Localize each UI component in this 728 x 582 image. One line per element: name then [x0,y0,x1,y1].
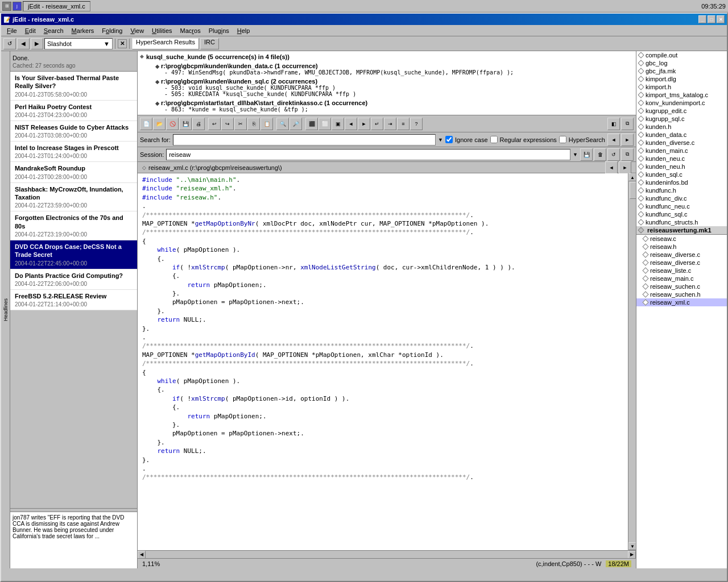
file-tree-item-5[interactable]: kimport_tms_katalog.c [636,91,727,99]
unsplit-btn[interactable]: ▣ [332,118,344,130]
file-tree-item-19[interactable]: kundfunc_neu.c [636,202,727,210]
float-btn[interactable]: ◧ [607,118,620,130]
file-tree-item-18[interactable]: kundfunc_div.c [636,194,727,202]
split-v-btn[interactable]: ⬜ [318,118,331,130]
file-tree-item-17[interactable]: kundfunc.h [636,186,727,194]
tab-hypersearch[interactable]: HyperSearch Results [132,38,199,49]
news-item-9[interactable]: FreeBSD 5.2-RELEASE Review2004-01-22T21:… [10,290,137,310]
file-tree-item-8[interactable]: kugrupp_sql.c [636,115,727,123]
result-line-2-0[interactable]: - 863: *kunde = kusql_suche_kunde( &tfp … [164,106,514,113]
file-tree-item-16[interactable]: kundeninfos.bd [636,178,727,186]
editor-nav-right[interactable]: ► [619,161,631,174]
file-tree-item-g2-0[interactable]: reiseaw.c [636,235,727,243]
close-button[interactable]: ✕ [717,15,725,23]
undo-btn[interactable]: ↩ [208,118,221,130]
open-file-btn[interactable]: 📂 [153,118,166,130]
result-line-0-0[interactable]: - 497: WinSendMsg( pkundData->hwndFrame,… [164,69,514,76]
split-h-btn[interactable]: ⬛ [305,118,318,130]
hypersearch-checkbox[interactable] [559,136,566,143]
print-btn[interactable]: 🖨 [192,118,205,130]
file-tree-item-g2-5[interactable]: reiseaw_main.c [636,275,727,282]
dropdown-arrow[interactable]: ▼ [438,137,443,143]
paste-btn[interactable]: 📋 [260,118,273,130]
file-tree-item-0[interactable]: compile.out [636,51,727,59]
news-item-8[interactable]: Do Plants Practice Grid Computing?2004-0… [10,269,137,290]
file-tree-item-9[interactable]: kunden.h [636,123,727,131]
file-tree-item-g2-2[interactable]: reiseaw_diverse.c [636,251,727,259]
file-tree-item-3[interactable]: kimport.dlg [636,75,727,83]
code-area[interactable]: #include "..\main\main.h". #include "rei… [138,173,628,550]
refresh-button[interactable]: ↺ [3,38,16,49]
back-button[interactable]: ◀ [17,38,30,49]
taskbar-icon-1[interactable]: ⊞ [2,2,11,11]
code-scrollbar-v[interactable]: ▲ ▼ [628,173,636,550]
menu-macros[interactable]: Macros [177,26,204,35]
save-btn[interactable]: 💾 [179,118,192,130]
search-nav-2[interactable]: ► [621,134,634,146]
file-tree-item-10[interactable]: kunden_data.c [636,131,727,139]
indent-btn[interactable]: ⇥ [384,118,396,130]
news-item-7[interactable]: DVD CCA Drops Case; DeCSS Not a Trade Se… [10,240,137,269]
session-dropdown[interactable]: ▼ [573,152,578,157]
ignore-case-checkbox[interactable] [445,136,453,143]
nav-dropdown[interactable]: Slashdot ▼ [44,38,113,49]
file-tree-item-g2-6[interactable]: reiseaw_suchen.c [636,282,727,290]
file-tree-item-1[interactable]: gbc_log [636,59,727,67]
search-input[interactable] [173,134,436,146]
session-btn-4[interactable]: ⧉ [621,148,634,161]
file-tree-item-4[interactable]: kimport.h [636,83,727,91]
file-tree-item-20[interactable]: kundfunc_sql.c [636,210,727,218]
file-tree-item-15[interactable]: kunden_sql.c [636,171,727,178]
taskbar-icon-2[interactable]: j [13,2,22,11]
news-item-5[interactable]: Slashback: MyCrowzOft, Inundation, Taxat… [10,183,137,212]
format-btn[interactable]: ≡ [397,118,410,130]
menu-markers[interactable]: Markers [68,26,98,35]
menu-file[interactable]: File [3,26,20,35]
menu-utilities[interactable]: Utilities [148,26,175,35]
search-nav-1[interactable]: ◄ [607,134,620,146]
file-tree-item-g2-8[interactable]: reiseaw_xml.c [636,298,727,306]
menu-edit[interactable]: Edit [22,26,39,35]
scroll-right-btn[interactable]: ▶ [628,551,636,559]
dock-btn[interactable]: ⧉ [621,118,634,130]
session-btn-2[interactable]: 🗑 [594,148,606,161]
menu-search[interactable]: Search [40,26,67,35]
search-btn[interactable]: 🔍 [276,118,289,130]
file-tree-item-2[interactable]: gbc_jfa.mk [636,67,727,75]
menu-folding[interactable]: Folding [98,26,126,35]
close-file-btn[interactable]: 🚫 [166,118,179,130]
file-tree-item-7[interactable]: kugrupp_edit.c [636,107,727,115]
file-tree-item-14[interactable]: kunden_neu.h [636,163,727,171]
session-btn-1[interactable]: 💾 [580,148,593,161]
search-next-btn[interactable]: 🔎 [289,118,302,130]
redo-btn[interactable]: ↪ [221,118,234,130]
file-tree-item-g2-1[interactable]: reiseaw.h [636,243,727,251]
scroll-down-btn[interactable]: ▼ [628,542,636,550]
result-line-1-0[interactable]: - 503: void kusql_suche_kunde( KUNDFUNCP… [164,85,514,91]
help-btn[interactable]: ? [410,118,423,130]
scroll-up-btn[interactable]: ▲ [628,173,636,181]
menu-plugins[interactable]: Plugins [205,26,233,35]
wordwrap-btn[interactable]: ↵ [371,118,383,130]
file-tree-item-11[interactable]: kunden_diverse.c [636,139,727,147]
file-tree-item-g2-4[interactable]: reiseaw_liste.c [636,267,727,275]
taskbar-jedit[interactable]: jEdit - reiseaw_xml.c [23,1,90,11]
scroll-thumb-v[interactable] [630,182,636,199]
scroll-left-btn[interactable]: ◀ [138,551,146,559]
close-panel-button[interactable]: ✕ [118,39,127,48]
session-input[interactable] [166,149,570,160]
file-tree-group-reiseauswertung[interactable]: reiseauswertung.mk1 [636,226,727,235]
copy-btn[interactable]: ⎘ [247,118,260,130]
file-tree-item-12[interactable]: kunden_main.c [636,147,727,155]
news-item-3[interactable]: Intel to Increase Stages in Prescott2004… [10,142,137,162]
file-tree-item-13[interactable]: kunden_neu.c [636,155,727,163]
tab-irc[interactable]: IRC [200,38,219,49]
file-tree-item-g2-7[interactable]: reiseaw_suchen.h [636,290,727,298]
maximize-button[interactable]: □ [708,15,715,23]
menu-help[interactable]: Help [234,26,254,35]
forward-button[interactable]: ▶ [31,38,43,49]
cut-btn[interactable]: ✂ [234,118,247,130]
next-edit-btn[interactable]: ► [358,118,370,130]
session-btn-3[interactable]: ↺ [607,148,620,161]
file-tab-label[interactable]: reiseaw_xml.c (r:\prog\gbcpm\reiseauswer… [148,164,282,171]
